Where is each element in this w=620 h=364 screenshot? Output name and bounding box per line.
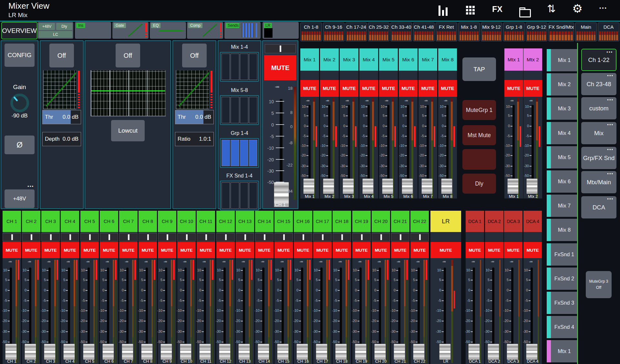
fader-cap[interactable] xyxy=(296,344,308,360)
gate-block[interactable]: Gate xyxy=(112,22,149,39)
folder-icon[interactable] xyxy=(519,9,531,17)
mute-button[interactable]: MUTE xyxy=(177,242,196,258)
fader-cap[interactable] xyxy=(160,344,172,360)
channel-header[interactable]: CH 4 xyxy=(61,211,79,232)
mute-button[interactable]: MUTE xyxy=(197,242,215,258)
pan-slider[interactable] xyxy=(3,233,21,241)
gate-threshold-field[interactable]: Thr 0.0 dB xyxy=(42,110,81,124)
gate-graph[interactable] xyxy=(43,70,77,109)
fader-cap[interactable] xyxy=(316,344,327,360)
send-group-meter[interactable] xyxy=(220,52,259,82)
sends-block[interactable]: Sends xyxy=(224,22,261,39)
fader-cap[interactable] xyxy=(507,344,518,360)
eq-off-button[interactable]: Off xyxy=(116,44,140,67)
channel-header[interactable]: CH 6 xyxy=(100,211,118,232)
more-ellipsis-icon[interactable]: ••• xyxy=(599,5,607,11)
fader-cap[interactable] xyxy=(122,344,133,360)
meter-tab[interactable]: Ch 33-40 xyxy=(390,23,412,41)
bus-list-item[interactable]: Mix 5 xyxy=(547,146,578,168)
meter-tab[interactable]: Main xyxy=(575,23,597,41)
mix-header[interactable]: Mix 1 xyxy=(300,48,319,71)
fader-cap[interactable] xyxy=(141,344,153,360)
gate-depth-field[interactable]: Depth 0.0 dB xyxy=(42,132,81,146)
meter-tab[interactable]: Ch 25-32 xyxy=(368,23,389,41)
mute-button[interactable]: MUTE xyxy=(80,242,99,258)
phantom-48v-button[interactable]: +48V xyxy=(5,189,35,208)
mute-button[interactable]: MUTE xyxy=(504,80,523,97)
pan-slider[interactable] xyxy=(255,233,274,241)
fader-cap[interactable] xyxy=(199,344,211,360)
mute-button[interactable]: MUTE xyxy=(340,80,358,97)
fader-cap[interactable] xyxy=(526,178,538,194)
bus-list-item[interactable]: Mix 4 xyxy=(547,122,578,144)
lr-assign-block[interactable]: LR xyxy=(263,22,299,39)
meters-icon[interactable] xyxy=(439,5,448,16)
channel-header[interactable]: CH 1 xyxy=(3,211,21,232)
mute-button[interactable]: MUTE xyxy=(61,242,79,258)
fader-cap[interactable] xyxy=(362,178,374,194)
bus-list-item[interactable]: Mtx 1 xyxy=(547,340,578,362)
overview-button[interactable]: OVERVIEW xyxy=(1,22,37,39)
pan-slider[interactable] xyxy=(197,233,215,241)
send-group-meter[interactable] xyxy=(220,138,259,168)
layer-button[interactable]: •••Mix xyxy=(581,122,616,144)
mix-header[interactable]: Mix 2 xyxy=(320,48,339,71)
channel-header[interactable]: CH 18 xyxy=(333,211,351,232)
dca-header[interactable]: DCA 2 xyxy=(485,211,503,232)
meter-tab[interactable]: Grp 9-12 xyxy=(526,23,547,41)
settings-gear-icon[interactable]: ⚙ xyxy=(572,2,583,15)
main-lr-header[interactable]: LR xyxy=(430,211,461,232)
insert-block[interactable]: Ins xyxy=(75,22,111,39)
fader-cap[interactable] xyxy=(323,178,334,194)
fader-cap[interactable] xyxy=(63,344,75,360)
fader-cap[interactable] xyxy=(526,344,538,360)
mute-button[interactable]: MUTE xyxy=(300,80,319,97)
delay-button[interactable]: Dly xyxy=(56,23,72,30)
mute-button[interactable]: MUTE xyxy=(3,242,21,258)
mute-button[interactable]: MUTE xyxy=(399,80,418,97)
pan-slider[interactable] xyxy=(158,233,176,241)
send-group-meter[interactable] xyxy=(220,95,259,125)
meter-tab[interactable]: Ch 17-24 xyxy=(346,23,367,41)
channel-header[interactable]: CH 7 xyxy=(119,211,138,232)
pan-slider[interactable] xyxy=(100,233,118,241)
pan-slider[interactable] xyxy=(333,233,351,241)
apps-grid-icon[interactable] xyxy=(466,6,475,15)
pan-slider[interactable] xyxy=(216,233,235,241)
meter-tab[interactable]: Ch 1-8 xyxy=(300,23,322,41)
bus-list-item[interactable]: FxSnd 3 xyxy=(547,292,578,314)
mute-button[interactable]: MUTE xyxy=(333,242,351,258)
mute-button[interactable]: MUTE xyxy=(236,242,254,258)
mute-button[interactable]: MUTE xyxy=(466,242,484,258)
meter-tab[interactable]: DCA xyxy=(598,23,619,41)
mute-button[interactable]: MUTE xyxy=(379,80,398,97)
channel-header[interactable]: CH 10 xyxy=(177,211,196,232)
channel-header[interactable]: CH 9 xyxy=(158,211,176,232)
pan-slider[interactable] xyxy=(410,233,429,241)
channel-header[interactable]: CH 13 xyxy=(236,211,254,232)
fader-cap[interactable] xyxy=(488,344,499,360)
mute-button[interactable]: MUTE xyxy=(391,242,409,258)
meter-tab[interactable]: Mix 1-8 xyxy=(458,23,480,41)
layer-button[interactable]: •••Grp/FX Snd xyxy=(581,147,616,169)
mix-header[interactable]: Mix 3 xyxy=(340,48,358,71)
gain-knob[interactable] xyxy=(10,94,29,112)
mtx-header[interactable]: Mtx 1 xyxy=(504,48,523,71)
mute-button[interactable]: MUTE xyxy=(523,80,542,97)
dly-button[interactable]: Dly xyxy=(462,174,496,194)
mix-header[interactable]: Mix 5 xyxy=(379,48,398,71)
fader-cap[interactable] xyxy=(343,178,354,194)
fader-cap[interactable] xyxy=(441,178,452,194)
mute-button[interactable]: MUTE xyxy=(22,242,40,258)
fader-cap[interactable] xyxy=(421,178,433,194)
channel-header[interactable]: CH 8 xyxy=(139,211,157,232)
fader-cap[interactable] xyxy=(402,178,413,194)
mute-button[interactable]: MUTE xyxy=(372,242,390,258)
fader-cap[interactable] xyxy=(25,344,36,360)
layer-button[interactable]: •••Ch 23-48 xyxy=(581,73,616,95)
phase-button[interactable]: Ø xyxy=(5,136,35,154)
bus-list-item[interactable]: Mix 7 xyxy=(547,195,578,217)
layer-button[interactable]: •••Ch 1-22 xyxy=(581,49,616,71)
send-group-meter[interactable] xyxy=(220,181,259,210)
eq-block[interactable]: EQ xyxy=(150,22,186,39)
